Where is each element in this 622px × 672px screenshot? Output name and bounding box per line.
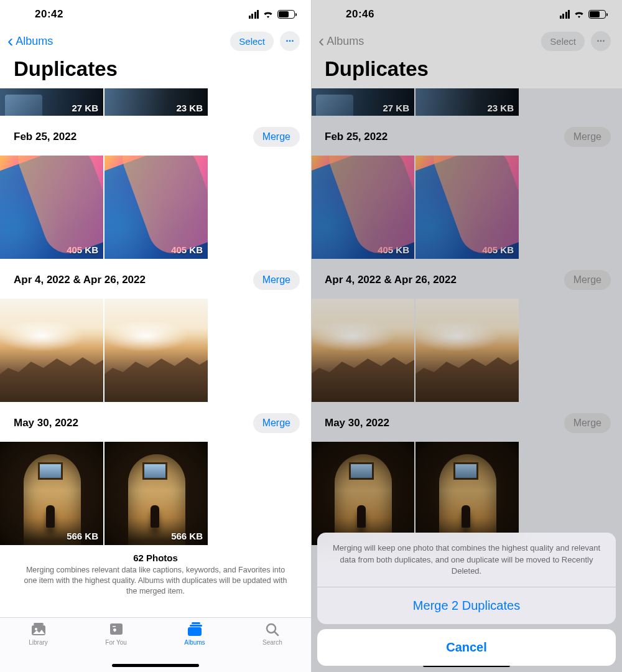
- footer-description: Merging combines relevant data like capt…: [21, 565, 290, 597]
- page-title: Duplicates: [0, 56, 311, 88]
- photo-count: 62 Photos: [21, 553, 290, 563]
- content-scroll[interactable]: 27 KB 23 KB Feb 25, 2022 Merge 405 KB 40…: [0, 88, 311, 672]
- duplicate-group: Apr 4, 2022 & Apr 26, 2022 Merge 5.2 MB …: [0, 259, 311, 402]
- tab-label: For You: [105, 639, 126, 646]
- duplicate-group: Feb 25, 2022 Merge 405 KB 405 KB: [0, 116, 311, 259]
- duplicate-group: May 30, 2022 Merge 566 KB 566 KB: [0, 402, 311, 545]
- status-bar: 20:42: [0, 0, 311, 29]
- merge-button: Merge: [564, 127, 611, 147]
- file-size: 5.2 MB: [68, 388, 98, 398]
- library-icon: [30, 622, 47, 637]
- file-size: 5.2 MB: [379, 388, 409, 398]
- tab-label: Library: [29, 639, 48, 646]
- svg-rect-1: [34, 623, 44, 625]
- partial-group: 27 KB 23 KB: [311, 88, 622, 116]
- svg-rect-5: [192, 622, 200, 624]
- photo-thumbnail[interactable]: 566 KB: [0, 442, 103, 545]
- select-button[interactable]: Select: [230, 32, 274, 51]
- svg-rect-6: [190, 625, 202, 627]
- photo-thumbnail[interactable]: 5.2 MB: [104, 299, 208, 402]
- chevron-left-icon: ‹: [7, 32, 13, 50]
- more-button[interactable]: ···: [280, 31, 300, 51]
- file-size: 566 KB: [171, 531, 203, 541]
- back-button[interactable]: ‹ Albums: [7, 32, 53, 50]
- photo-thumbnail: 566 KB: [311, 442, 414, 545]
- file-size: 405 KB: [378, 245, 409, 255]
- status-time: 20:42: [35, 8, 63, 21]
- photo-thumbnail[interactable]: 23 KB: [104, 88, 208, 116]
- nav-bar: ‹ Albums Select ···: [311, 29, 622, 56]
- merge-button[interactable]: Merge: [253, 127, 300, 147]
- file-size: 405 KB: [67, 245, 98, 255]
- photo-thumbnail: 23 KB: [415, 88, 519, 116]
- wifi-icon: [573, 10, 585, 19]
- svg-line-9: [274, 632, 278, 635]
- chevron-left-icon: ‹: [318, 32, 324, 50]
- photo-thumbnail: 27 KB: [311, 88, 414, 116]
- svg-rect-7: [188, 627, 202, 636]
- page-title: Duplicates: [311, 56, 622, 88]
- cancel-button[interactable]: Cancel: [317, 629, 616, 666]
- phone-left: 20:42 ‹ Albums Select ··· Duplicates 27 …: [0, 0, 311, 672]
- photo-thumbnail: 5.2 MB: [415, 299, 519, 402]
- phone-right: 20:46 ‹ Albums Select ··· Duplicates 27 …: [311, 0, 622, 672]
- action-sheet-message: Merging will keep one photo that combine…: [317, 533, 616, 587]
- home-indicator[interactable]: [112, 664, 199, 667]
- merge-button: Merge: [564, 270, 611, 290]
- photo-thumbnail: 405 KB: [311, 156, 414, 259]
- status-indicators: [249, 10, 295, 19]
- duplicate-group: Feb 25, 2022 Merge 405 KB 405 KB: [311, 116, 622, 259]
- status-time: 20:46: [346, 8, 374, 21]
- duplicate-group: Apr 4, 2022 & Apr 26, 2022 Merge 5.2 MB …: [311, 259, 622, 402]
- group-date: Apr 4, 2022 & Apr 26, 2022: [14, 274, 146, 286]
- group-date: Feb 25, 2022: [325, 131, 388, 143]
- file-size: 23 KB: [176, 103, 203, 113]
- partial-group: 27 KB 23 KB: [0, 88, 311, 116]
- photo-thumbnail[interactable]: 566 KB: [104, 442, 208, 545]
- merge-button: Merge: [564, 413, 611, 433]
- cellular-icon: [560, 10, 570, 19]
- group-date: Apr 4, 2022 & Apr 26, 2022: [325, 274, 457, 286]
- back-button: ‹ Albums: [318, 32, 364, 50]
- file-size: 5.2 MB: [173, 388, 203, 398]
- foryou-icon: [108, 622, 125, 637]
- more-button: ···: [591, 31, 611, 51]
- tab-library[interactable]: Library: [29, 622, 48, 672]
- battery-icon: [277, 10, 295, 19]
- tab-label: Search: [262, 639, 282, 646]
- file-size: 27 KB: [383, 103, 409, 113]
- file-size: 27 KB: [72, 103, 98, 113]
- photo-thumbnail: 566 KB: [415, 442, 519, 545]
- photo-thumbnail[interactable]: 5.2 MB: [0, 299, 103, 402]
- back-label: Albums: [16, 35, 53, 48]
- back-label: Albums: [327, 35, 364, 48]
- ellipsis-icon: ···: [596, 35, 605, 47]
- nav-bar: ‹ Albums Select ···: [0, 29, 311, 56]
- photo-thumbnail[interactable]: 405 KB: [0, 156, 103, 259]
- photo-thumbnail[interactable]: 405 KB: [104, 156, 208, 259]
- group-date: Feb 25, 2022: [14, 131, 77, 143]
- file-size: 23 KB: [487, 103, 514, 113]
- search-icon: [264, 622, 281, 637]
- status-bar: 20:46: [311, 0, 622, 29]
- merge-duplicates-button[interactable]: Merge 2 Duplicates: [317, 587, 616, 624]
- duplicate-group: May 30, 2022 Merge 566 KB 566 KB: [311, 402, 622, 545]
- file-size: 405 KB: [482, 245, 514, 255]
- action-sheet: Merging will keep one photo that combine…: [317, 533, 616, 666]
- photo-thumbnail[interactable]: 27 KB: [0, 88, 103, 116]
- merge-button[interactable]: Merge: [253, 413, 300, 433]
- cellular-icon: [249, 10, 259, 19]
- battery-icon: [588, 10, 606, 19]
- group-date: May 30, 2022: [325, 417, 389, 429]
- file-size: 405 KB: [171, 245, 203, 255]
- status-indicators: [560, 10, 606, 19]
- group-date: May 30, 2022: [14, 417, 78, 429]
- tab-search[interactable]: Search: [262, 622, 282, 672]
- tab-label: Albums: [184, 639, 205, 646]
- merge-button[interactable]: Merge: [253, 270, 300, 290]
- albums-icon: [186, 622, 203, 637]
- svg-rect-3: [110, 623, 123, 635]
- phone-divider: [311, 0, 312, 672]
- wifi-icon: [262, 10, 274, 19]
- photo-thumbnail: 405 KB: [415, 156, 519, 259]
